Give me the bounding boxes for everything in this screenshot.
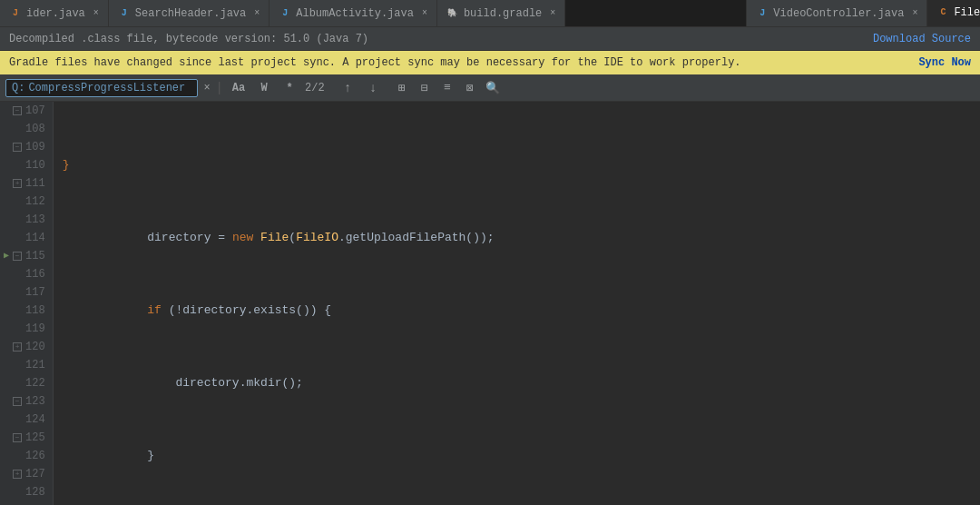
search-separator: |	[216, 81, 223, 95]
sync-now-link[interactable]: Sync Now	[918, 56, 971, 69]
tab-label-file-process: FileProcessFactory.class	[954, 6, 980, 19]
tab-label-video: VideoController.java	[773, 7, 904, 20]
tab-label-gradle: build.gradle	[464, 7, 542, 20]
tab-bar: J ider.java × J SearchHeader.java × J Al…	[0, 0, 980, 27]
line-num-110: 110	[4, 156, 45, 174]
tab-dark-empty	[565, 0, 747, 27]
line-num-113: 113	[4, 211, 45, 229]
tab-close-rider[interactable]: ×	[93, 8, 99, 18]
search-bar: Q: × | Aa W * 2/2 ↑ ↓ ⊞ ⊟ ≡ ⊠ 🔍	[0, 74, 980, 102]
tab-search-header[interactable]: J SearchHeader.java ×	[109, 0, 270, 27]
line-num-115: ▶−115	[4, 247, 45, 265]
tab-close-video[interactable]: ×	[912, 8, 917, 18]
search-clear-button[interactable]: ×	[203, 82, 210, 94]
tab-rider-java[interactable]: J ider.java ×	[0, 0, 109, 27]
tab-close-gradle[interactable]: ×	[550, 8, 555, 18]
arrow-115: ▶	[4, 247, 9, 265]
tab-close-search[interactable]: ×	[254, 8, 260, 18]
fold-127[interactable]: +	[13, 470, 22, 479]
code-line-107: }	[63, 156, 980, 174]
tab-close-album[interactable]: ×	[422, 8, 427, 18]
search-prev-button[interactable]: ↑	[338, 78, 358, 98]
code-area: −107 108 −109 110 +111 112 113 114 ▶−115…	[0, 102, 980, 505]
search-filter-buttons: ⊞ ⊟ ≡ ⊠ 🔍	[392, 78, 503, 98]
tab-icon-album: J	[279, 7, 291, 20]
search-count: 2/2	[305, 82, 332, 94]
sync-bar: Gradle files have changed since last pro…	[0, 51, 980, 74]
search-regex-button[interactable]: *	[279, 78, 299, 98]
line-num-111: +111	[4, 174, 45, 193]
code-line-110: directory.mkdir();	[63, 374, 980, 392]
line-num-108: 108	[4, 120, 45, 138]
line-num-107: −107	[4, 102, 45, 120]
fold-111[interactable]: +	[13, 179, 22, 188]
search-next-button[interactable]: ↓	[363, 78, 383, 98]
decompiled-message: Decompiled .class file, bytecode version…	[9, 33, 368, 45]
tab-icon-gradle: 🐘	[446, 7, 459, 20]
line-num-114: 114	[4, 229, 45, 247]
line-num-112: 112	[4, 193, 45, 211]
fold-123[interactable]: −	[13, 397, 22, 406]
code-content: } directory = new File(FileIO.getUploadF…	[54, 102, 980, 505]
line-num-125: −125	[4, 429, 45, 447]
fold-120[interactable]: +	[13, 342, 22, 352]
line-num-124: 124	[4, 411, 45, 429]
fold-109[interactable]: −	[13, 143, 22, 152]
download-source-link[interactable]: Download Source	[873, 33, 971, 45]
search-input[interactable]	[28, 82, 191, 94]
tab-icon-rider: J	[9, 7, 22, 20]
line-num-129: 129	[4, 501, 45, 505]
tab-label-search: SearchHeader.java	[135, 7, 246, 20]
filter-btn-1[interactable]: ⊞	[392, 78, 412, 98]
search-input-wrapper: Q:	[5, 79, 198, 97]
tab-icon-file-process: C	[936, 6, 949, 19]
line-num-119: 119	[4, 320, 45, 338]
filter-btn-3[interactable]: ≡	[437, 78, 457, 98]
tab-album-activity[interactable]: J AlbumActivity.java ×	[270, 0, 437, 27]
info-bar: Decompiled .class file, bytecode version…	[0, 27, 980, 51]
line-num-117: 117	[4, 283, 45, 302]
tab-icon-search: J	[118, 7, 131, 20]
code-line-108: directory = new File(FileIO.getUploadFil…	[63, 229, 980, 247]
search-whole-word-button[interactable]: W	[254, 78, 274, 98]
fold-125[interactable]: −	[13, 433, 22, 442]
tab-file-process-factory[interactable]: C FileProcessFactory.class ×	[927, 0, 980, 27]
tab-icon-video: J	[756, 7, 769, 20]
search-icon: Q:	[12, 82, 24, 94]
fold-115[interactable]: −	[13, 252, 22, 261]
code-line-111: }	[63, 447, 980, 465]
fold-107[interactable]: −	[13, 106, 22, 115]
line-num-118: 118	[4, 302, 45, 320]
filter-btn-4[interactable]: ⊠	[460, 78, 480, 98]
line-num-127: +127	[4, 465, 45, 483]
search-case-sensitive-button[interactable]: Aa	[229, 78, 249, 98]
code-line-109: if (!directory.exists()) {	[63, 302, 980, 320]
tab-label-album: AlbumActivity.java	[296, 7, 414, 20]
line-numbers: −107 108 −109 110 +111 112 113 114 ▶−115…	[0, 102, 54, 505]
line-num-116: 116	[4, 265, 45, 283]
line-num-109: −109	[4, 138, 45, 156]
filter-btn-2[interactable]: ⊟	[415, 78, 435, 98]
line-num-123: −123	[4, 392, 45, 411]
line-num-120: +120	[4, 338, 45, 356]
line-num-128: 128	[4, 483, 45, 501]
line-num-121: 121	[4, 356, 45, 374]
tab-build-gradle[interactable]: 🐘 build.gradle ×	[437, 0, 565, 27]
tab-video-controller[interactable]: J VideoController.java ×	[747, 0, 927, 27]
line-num-126: 126	[4, 447, 45, 465]
tab-label-rider: ider.java	[26, 7, 85, 20]
line-num-122: 122	[4, 374, 45, 392]
filter-btn-5[interactable]: 🔍	[483, 78, 503, 98]
sync-message: Gradle files have changed since last pro…	[9, 56, 741, 69]
